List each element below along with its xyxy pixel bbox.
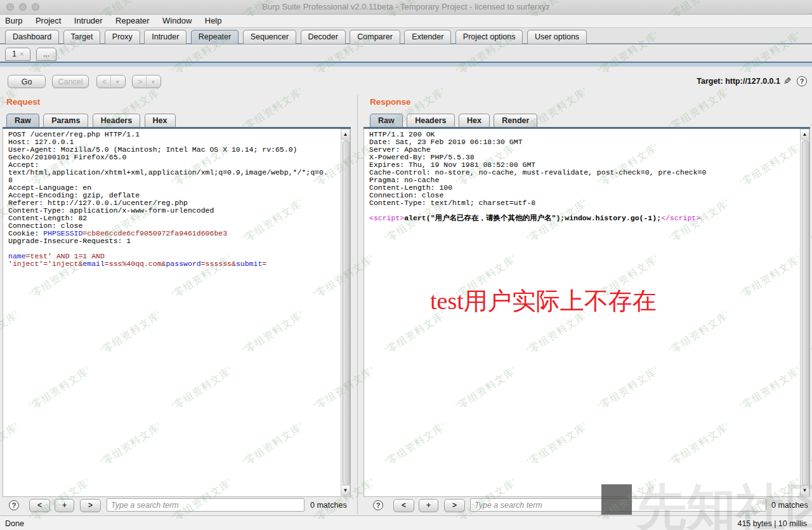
caret-down-icon[interactable]: ▼ bbox=[146, 76, 155, 89]
status-bar: Done 415 bytes | 10 millis bbox=[0, 515, 812, 530]
edit-target-icon[interactable]: ✎ bbox=[783, 76, 792, 87]
request-scrollbar-thumb[interactable] bbox=[343, 140, 350, 486]
status-done: Done bbox=[5, 519, 24, 528]
target-label: Target: bbox=[697, 77, 723, 86]
tab-comparer[interactable]: Comparer bbox=[350, 30, 400, 44]
panel-divider[interactable] bbox=[357, 95, 358, 514]
forward-arrow-icon: > bbox=[138, 77, 142, 86]
scroll-down-icon[interactable]: ▼ bbox=[341, 485, 350, 495]
response-tab-render[interactable]: Render bbox=[494, 114, 537, 127]
repeater-tab-1-label: 1 bbox=[12, 50, 16, 58]
http-request-text: POST /ucenter/reg.php HTTP/1.1Host: 127.… bbox=[8, 131, 337, 268]
tab-repeater[interactable]: Repeater bbox=[191, 30, 239, 44]
history-back-button[interactable]: <▼ bbox=[96, 75, 126, 88]
tab-proxy[interactable]: Proxy bbox=[105, 30, 140, 44]
tab-project-options[interactable]: Project options bbox=[455, 30, 523, 44]
response-tab-raw[interactable]: Raw bbox=[370, 114, 403, 127]
response-search-add-button[interactable]: + bbox=[419, 499, 438, 512]
response-editor[interactable]: HTTP/1.1 200 OKDate: Sat, 23 Feb 2019 06… bbox=[363, 129, 810, 497]
menu-window[interactable]: Window bbox=[157, 15, 197, 25]
repeater-tab-1[interactable]: 1× bbox=[5, 48, 30, 61]
window-title: Burp Suite Professional v2.0.11beta - Te… bbox=[0, 2, 812, 11]
go-button[interactable]: Go bbox=[8, 75, 46, 88]
menu-intruder[interactable]: Intruder bbox=[69, 15, 108, 25]
request-editor-tabs: Raw Params Headers Hex bbox=[6, 112, 177, 127]
repeater-tab-band bbox=[0, 62, 812, 67]
window-titlebar: Burp Suite Professional v2.0.11beta - Te… bbox=[0, 0, 812, 15]
response-search-next-button[interactable]: > bbox=[444, 499, 465, 512]
search-help-icon[interactable]: ? bbox=[373, 500, 383, 510]
response-tab-headers[interactable]: Headers bbox=[407, 114, 454, 127]
caret-down-icon[interactable]: ▼ bbox=[110, 76, 120, 89]
response-search-input[interactable] bbox=[470, 498, 766, 512]
tab-dashboard[interactable]: Dashboard bbox=[5, 30, 59, 44]
request-tab-params[interactable]: Params bbox=[43, 114, 88, 127]
menu-project[interactable]: Project bbox=[30, 15, 66, 25]
scroll-down-icon[interactable]: ▼ bbox=[801, 485, 809, 495]
request-tab-hex[interactable]: Hex bbox=[145, 114, 176, 127]
response-editor-tabs: Raw Headers Hex Render bbox=[370, 112, 539, 127]
response-search-prev-button[interactable]: < bbox=[393, 499, 414, 512]
search-help-icon[interactable]: ? bbox=[9, 500, 19, 510]
http-response-text: HTTP/1.1 200 OKDate: Sat, 23 Feb 2019 06… bbox=[369, 131, 797, 222]
scroll-up-icon[interactable]: ▲ bbox=[801, 129, 809, 140]
request-tab-raw[interactable]: Raw bbox=[6, 114, 39, 127]
response-scrollbar-thumb[interactable] bbox=[802, 140, 809, 486]
request-search-matches: 0 matches bbox=[310, 501, 347, 510]
tab-decoder[interactable]: Decoder bbox=[301, 30, 346, 44]
close-tab-icon[interactable]: × bbox=[20, 50, 23, 58]
main-tab-bar: Dashboard Target Proxy Intruder Repeater… bbox=[0, 28, 812, 44]
target-row: Target: http://127.0.0.1 bbox=[697, 77, 780, 86]
help-icon[interactable]: ? bbox=[797, 76, 807, 86]
response-scrollbar[interactable]: ▲ ▼ bbox=[800, 129, 809, 496]
cancel-button[interactable]: Cancel bbox=[52, 75, 89, 88]
back-arrow-icon: < bbox=[102, 77, 107, 86]
repeater-tab-new[interactable]: ... bbox=[36, 48, 56, 61]
history-forward-button[interactable]: >▼ bbox=[132, 75, 161, 88]
request-search-add-button[interactable]: + bbox=[55, 499, 74, 512]
repeater-tab-bar: 1× ... bbox=[0, 46, 812, 62]
response-search-matches: 0 matches bbox=[771, 501, 808, 510]
response-panel-title: Response bbox=[370, 97, 411, 107]
request-panel-title: Request bbox=[6, 97, 40, 107]
menu-bar: Burp Project Intruder Repeater Window He… bbox=[0, 15, 812, 28]
request-search-next-button[interactable]: > bbox=[80, 499, 101, 512]
tab-sequencer[interactable]: Sequencer bbox=[243, 30, 296, 44]
response-tab-hex[interactable]: Hex bbox=[459, 114, 490, 127]
target-value: http://127.0.0.1 bbox=[725, 77, 780, 86]
scroll-up-icon[interactable]: ▲ bbox=[341, 129, 350, 140]
request-search-prev-button[interactable]: < bbox=[29, 499, 50, 512]
request-tab-headers[interactable]: Headers bbox=[93, 114, 140, 127]
menu-help[interactable]: Help bbox=[200, 15, 227, 25]
request-editor[interactable]: POST /ucenter/reg.php HTTP/1.1Host: 127.… bbox=[3, 129, 351, 497]
tab-user-options[interactable]: User options bbox=[527, 30, 587, 44]
burp-suite-window: Burp Suite Professional v2.0.11beta - Te… bbox=[0, 0, 812, 530]
annotation-text: test用户实际上不存在 bbox=[430, 285, 657, 317]
menu-repeater[interactable]: Repeater bbox=[110, 15, 154, 25]
status-metrics: 415 bytes | 10 millis bbox=[737, 519, 807, 528]
request-scrollbar[interactable]: ▲ ▼ bbox=[341, 129, 350, 496]
tab-extender[interactable]: Extender bbox=[404, 30, 451, 44]
request-search-input[interactable] bbox=[107, 498, 304, 512]
tab-target[interactable]: Target bbox=[63, 30, 101, 44]
menu-burp[interactable]: Burp bbox=[0, 15, 27, 25]
tab-intruder[interactable]: Intruder bbox=[144, 30, 187, 44]
